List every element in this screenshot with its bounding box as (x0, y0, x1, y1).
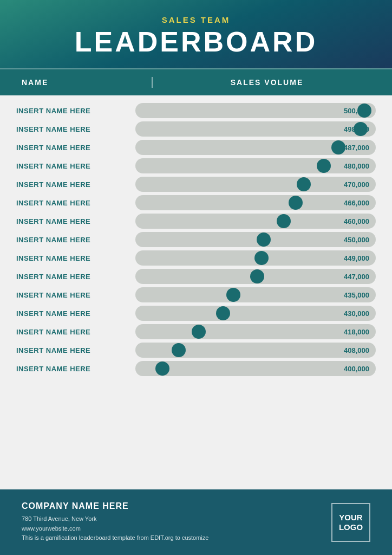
bar-container-8: 449,000 (135, 250, 376, 266)
bar-dot-6 (277, 214, 291, 228)
footer-address: 780 Third Avenue, New York (22, 514, 208, 524)
row-name-8: INSERT NAME HERE (16, 254, 135, 262)
table-row: INSERT NAME HERE500,000 (16, 103, 376, 118)
bar-container-9: 447,000 (135, 269, 376, 284)
header-subtitle: SALES TEAM (22, 15, 370, 24)
footer-company: COMPANY NAME HERE (22, 501, 208, 511)
col-sales-label: SALES VOLUME (164, 78, 370, 87)
bar-container-4: 470,000 (135, 177, 376, 192)
bar-container-11: 430,000 (135, 306, 376, 321)
bar-value-0: 500,000 (344, 107, 369, 115)
table-row: INSERT NAME HERE430,000 (16, 306, 376, 321)
table-row: INSERT NAME HERE470,000 (16, 177, 376, 192)
bar-value-11: 430,000 (344, 309, 369, 318)
table-row: INSERT NAME HERE498,000 (16, 121, 376, 137)
table-row: INSERT NAME HERE460,000 (16, 214, 376, 229)
row-name-10: INSERT NAME HERE (16, 291, 135, 299)
bar-value-6: 460,000 (344, 217, 369, 225)
row-name-2: INSERT NAME HERE (16, 144, 135, 152)
bar-dot-7 (257, 233, 271, 247)
bar-value-12: 418,000 (344, 328, 369, 336)
table-row: INSERT NAME HERE480,000 (16, 158, 376, 173)
bar-dot-4 (297, 177, 311, 191)
column-headers: NAME SALES VOLUME (0, 68, 392, 95)
bar-container-1: 498,000 (135, 121, 376, 137)
table-row: INSERT NAME HERE435,000 (16, 287, 376, 302)
bar-container-10: 435,000 (135, 287, 376, 302)
row-name-6: INSERT NAME HERE (16, 217, 135, 225)
bar-container-13: 408,000 (135, 343, 376, 358)
bar-container-0: 500,000 (135, 103, 376, 118)
bar-dot-14 (155, 362, 169, 376)
table-row: INSERT NAME HERE400,000 (16, 361, 376, 376)
bar-dot-13 (172, 343, 186, 357)
table-row: INSERT NAME HERE449,000 (16, 250, 376, 266)
bar-dot-9 (250, 269, 264, 283)
bar-container-5: 466,000 (135, 195, 376, 210)
row-name-1: INSERT NAME HERE (16, 125, 135, 133)
row-name-3: INSERT NAME HERE (16, 162, 135, 170)
footer-tagline: This is a gamification leaderboard templ… (22, 533, 208, 543)
bar-value-1: 498,000 (344, 125, 369, 133)
logo-text: YOURLOGO (339, 513, 363, 532)
row-name-12: INSERT NAME HERE (16, 328, 135, 336)
col-name-label: NAME (22, 78, 152, 87)
bar-container-12: 418,000 (135, 324, 376, 339)
table-row: INSERT NAME HERE408,000 (16, 343, 376, 358)
table-row: INSERT NAME HERE418,000 (16, 324, 376, 339)
bar-dot-5 (289, 196, 303, 210)
bar-container-3: 480,000 (135, 158, 376, 173)
footer: COMPANY NAME HERE 780 Third Avenue, New … (0, 489, 392, 555)
row-name-14: INSERT NAME HERE (16, 365, 135, 373)
bar-value-7: 450,000 (344, 236, 369, 244)
bar-value-4: 470,000 (344, 180, 369, 189)
bar-container-14: 400,000 (135, 361, 376, 376)
header-title: LEADERBOARD (22, 27, 370, 57)
table-row: INSERT NAME HERE487,000 (16, 140, 376, 155)
bar-value-10: 435,000 (344, 291, 369, 299)
row-name-5: INSERT NAME HERE (16, 199, 135, 207)
bar-value-2: 487,000 (344, 144, 369, 152)
row-name-7: INSERT NAME HERE (16, 236, 135, 244)
table-row: INSERT NAME HERE447,000 (16, 269, 376, 284)
bar-value-3: 480,000 (344, 162, 369, 170)
bar-value-8: 449,000 (344, 254, 369, 262)
row-name-0: INSERT NAME HERE (16, 107, 135, 115)
footer-website: www.yourwebsite.com (22, 524, 208, 534)
bar-dot-8 (254, 251, 269, 265)
bar-dot-3 (317, 159, 331, 173)
bar-dot-10 (226, 288, 240, 302)
bar-dot-11 (216, 306, 230, 320)
bar-container-7: 450,000 (135, 232, 376, 247)
bar-container-6: 460,000 (135, 214, 376, 229)
page: SALES TEAM LEADERBOARD NAME SALES VOLUME… (0, 0, 392, 555)
row-name-13: INSERT NAME HERE (16, 346, 135, 354)
column-divider (152, 77, 153, 88)
footer-logo: YOURLOGO (331, 503, 370, 542)
row-name-11: INSERT NAME HERE (16, 309, 135, 318)
table-row: INSERT NAME HERE466,000 (16, 195, 376, 210)
footer-info: COMPANY NAME HERE 780 Third Avenue, New … (22, 501, 208, 543)
header: SALES TEAM LEADERBOARD (0, 0, 392, 68)
bar-value-13: 408,000 (344, 346, 369, 354)
bar-dot-12 (192, 325, 206, 339)
bar-container-2: 487,000 (135, 140, 376, 155)
leaderboard-content: INSERT NAME HERE500,000INSERT NAME HERE4… (0, 95, 392, 489)
bar-value-9: 447,000 (344, 273, 369, 281)
bar-value-14: 400,000 (344, 365, 369, 373)
row-name-4: INSERT NAME HERE (16, 180, 135, 189)
row-name-9: INSERT NAME HERE (16, 273, 135, 281)
table-row: INSERT NAME HERE450,000 (16, 232, 376, 247)
bar-value-5: 466,000 (344, 199, 369, 207)
